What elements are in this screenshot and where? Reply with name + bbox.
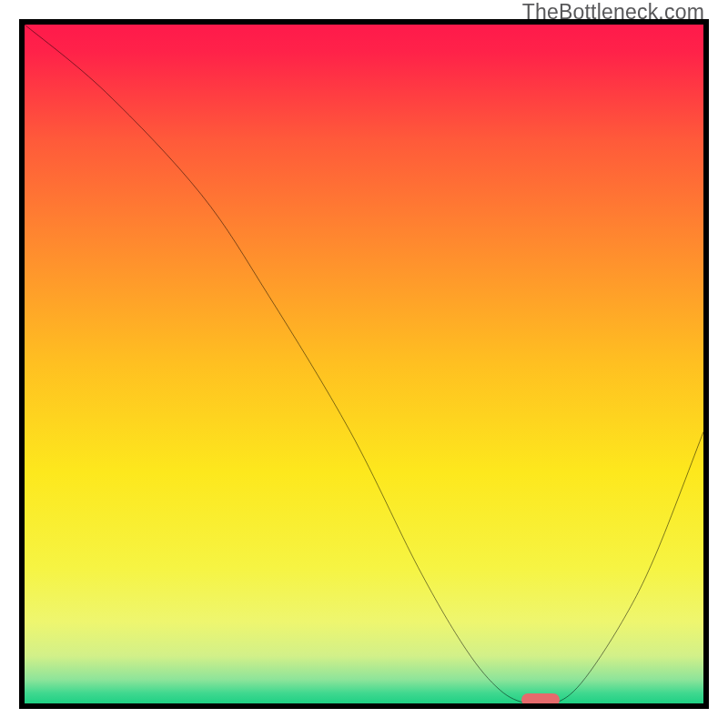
chart-curve [25, 25, 703, 703]
chart-marker [521, 693, 560, 706]
chart-frame [19, 19, 709, 709]
